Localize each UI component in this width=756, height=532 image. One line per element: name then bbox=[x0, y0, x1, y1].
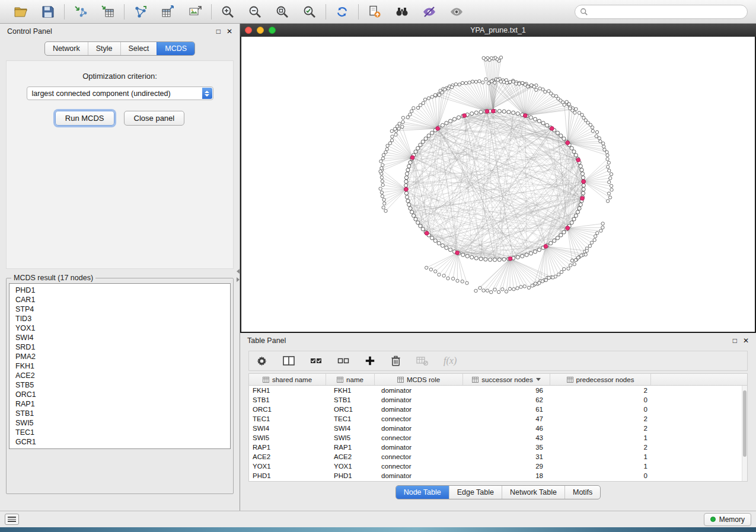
search-input[interactable] bbox=[591, 8, 742, 16]
cell-successors: 35 bbox=[463, 443, 550, 452]
cell-shared_name: ORC1 bbox=[249, 405, 326, 414]
mcds-result-item[interactable]: ACE2 bbox=[9, 371, 230, 380]
column-header-predecessor-nodes[interactable]: predecessor nodes bbox=[550, 374, 651, 385]
add-column-icon[interactable] bbox=[365, 355, 375, 366]
save-icon[interactable] bbox=[39, 3, 57, 21]
panel-menu-icon[interactable] bbox=[5, 514, 19, 525]
mcds-result-item[interactable]: STB5 bbox=[9, 380, 230, 390]
table-row[interactable]: FKH1FKH1dominator962 bbox=[249, 386, 742, 395]
open-folder-icon[interactable] bbox=[12, 3, 30, 21]
table-row[interactable]: RAP1RAP1dominator352 bbox=[249, 443, 742, 452]
close-panel-icon[interactable]: ✕ bbox=[227, 28, 232, 35]
cell-name: TEC1 bbox=[326, 414, 375, 424]
close-panel-button[interactable]: Close panel bbox=[124, 111, 185, 126]
tab-motifs[interactable]: Motifs bbox=[564, 486, 600, 499]
zoom-in-icon[interactable] bbox=[219, 3, 237, 21]
mcds-result-item[interactable]: STP4 bbox=[9, 305, 230, 314]
delete-column-icon[interactable] bbox=[391, 355, 401, 367]
table-row[interactable]: ORC1ORC1dominator610 bbox=[249, 405, 742, 414]
share-document-icon[interactable] bbox=[366, 3, 384, 21]
mcds-result-item[interactable]: FKH1 bbox=[9, 361, 230, 371]
search-network-icon[interactable] bbox=[393, 3, 411, 21]
cell-name: FKH1 bbox=[326, 386, 375, 395]
mcds-result-item[interactable]: GCR1 bbox=[9, 437, 230, 447]
table-row[interactable]: TEC1TEC1connector472 bbox=[249, 414, 742, 424]
import-table-file-icon[interactable] bbox=[99, 3, 117, 21]
tab-edge-table[interactable]: Edge Table bbox=[449, 486, 502, 499]
show-details-icon[interactable] bbox=[448, 3, 465, 21]
zoom-selected-icon[interactable] bbox=[301, 3, 318, 21]
control-panel-title: Control Panel bbox=[7, 27, 52, 36]
tab-select[interactable]: Select bbox=[120, 42, 157, 55]
show-columns-icon[interactable] bbox=[283, 355, 295, 366]
mcds-result-item[interactable]: PMA2 bbox=[9, 352, 230, 361]
hide-details-icon[interactable] bbox=[420, 3, 438, 21]
mcds-result-item[interactable]: YOX1 bbox=[9, 323, 230, 333]
mcds-result-item[interactable]: SWI4 bbox=[9, 333, 230, 342]
export-network-icon[interactable] bbox=[132, 3, 149, 21]
export-image-icon[interactable] bbox=[186, 3, 204, 21]
mcds-result-item[interactable]: SWI5 bbox=[9, 418, 230, 428]
mcds-result-item[interactable]: TEC1 bbox=[9, 428, 230, 437]
memory-status-icon bbox=[710, 517, 716, 522]
tab-style[interactable]: Style bbox=[88, 42, 120, 55]
tab-mcds[interactable]: MCDS bbox=[157, 42, 194, 55]
select-all-icon[interactable] bbox=[310, 355, 322, 366]
mcds-result-item[interactable]: RAP1 bbox=[9, 399, 230, 409]
column-type-icon bbox=[472, 377, 479, 383]
column-header-shared-name[interactable]: shared name bbox=[249, 374, 326, 385]
table-row[interactable]: PHD1PHD1dominator180 bbox=[249, 471, 742, 480]
mcds-result-item[interactable]: SRD1 bbox=[9, 342, 230, 352]
memory-button[interactable]: Memory bbox=[704, 513, 751, 526]
refresh-layout-icon[interactable] bbox=[333, 3, 351, 21]
network-title: YPA_prune.txt_1 bbox=[240, 26, 756, 34]
zoom-out-icon[interactable] bbox=[246, 3, 264, 21]
table-scrollbar[interactable] bbox=[742, 386, 747, 481]
deselect-all-icon[interactable] bbox=[337, 355, 349, 366]
table-row[interactable]: YOX1YOX1connector291 bbox=[249, 462, 742, 471]
float-panel-icon[interactable]: □ bbox=[216, 28, 221, 35]
mcds-result-item[interactable]: ORC1 bbox=[9, 390, 230, 399]
search-box[interactable] bbox=[575, 5, 748, 19]
panel-splitter-handle[interactable] bbox=[236, 265, 240, 286]
zoom-fit-icon[interactable] bbox=[273, 3, 291, 21]
table-row[interactable]: STB1STB1dominator620 bbox=[249, 395, 742, 405]
window-maximize-icon[interactable] bbox=[269, 27, 276, 34]
mcds-result-item[interactable]: STB1 bbox=[9, 409, 230, 418]
optimization-criterion-label: Optimization criterion: bbox=[82, 72, 157, 81]
window-close-icon[interactable] bbox=[245, 27, 252, 34]
mcds-result-item[interactable]: PHD1 bbox=[9, 286, 230, 295]
column-header-name[interactable]: name bbox=[326, 374, 375, 385]
network-canvas[interactable] bbox=[240, 37, 756, 333]
cell-predecessors: 1 bbox=[550, 462, 651, 471]
column-header-mcds-role[interactable]: MCDS role bbox=[375, 374, 463, 385]
float-table-panel-icon[interactable]: □ bbox=[733, 337, 737, 344]
tab-node-table[interactable]: Node Table bbox=[396, 486, 449, 499]
export-table-icon[interactable] bbox=[159, 3, 177, 21]
table-row[interactable]: SWI4SWI4dominator462 bbox=[249, 424, 742, 433]
cell-name: YOX1 bbox=[326, 462, 375, 471]
mcds-result-item[interactable]: TID3 bbox=[9, 314, 230, 323]
close-table-panel-icon[interactable]: ✕ bbox=[743, 337, 749, 344]
mcds-result-item[interactable]: CAR1 bbox=[9, 295, 230, 305]
cell-role: connector bbox=[375, 414, 463, 424]
tab-network[interactable]: Network bbox=[45, 42, 88, 55]
status-bar: Memory bbox=[0, 511, 756, 527]
table-row[interactable]: ACE2ACE2connector311 bbox=[249, 452, 742, 462]
column-header-successor-nodes[interactable]: successor nodes bbox=[463, 374, 550, 385]
table-row[interactable]: SWI5SWI5connector431 bbox=[249, 433, 742, 443]
cell-successors: 43 bbox=[463, 433, 550, 443]
cell-role: dominator bbox=[375, 471, 463, 480]
cell-role: dominator bbox=[375, 424, 463, 433]
run-mcds-button[interactable]: Run MCDS bbox=[55, 111, 114, 126]
cell-role: dominator bbox=[375, 395, 463, 405]
table-settings-gear-icon[interactable] bbox=[256, 355, 267, 367]
window-minimize-icon[interactable] bbox=[257, 27, 264, 34]
criterion-dropdown[interactable]: largest connected component (undirected) bbox=[27, 86, 213, 100]
cell-predecessors: 1 bbox=[550, 452, 651, 462]
network-titlebar[interactable]: YPA_prune.txt_1 bbox=[240, 24, 756, 37]
scrollbar-thumb[interactable] bbox=[743, 390, 747, 457]
cell-successors: 29 bbox=[463, 462, 550, 471]
tab-network-table[interactable]: Network Table bbox=[502, 486, 564, 499]
import-network-file-icon[interactable] bbox=[72, 3, 90, 21]
